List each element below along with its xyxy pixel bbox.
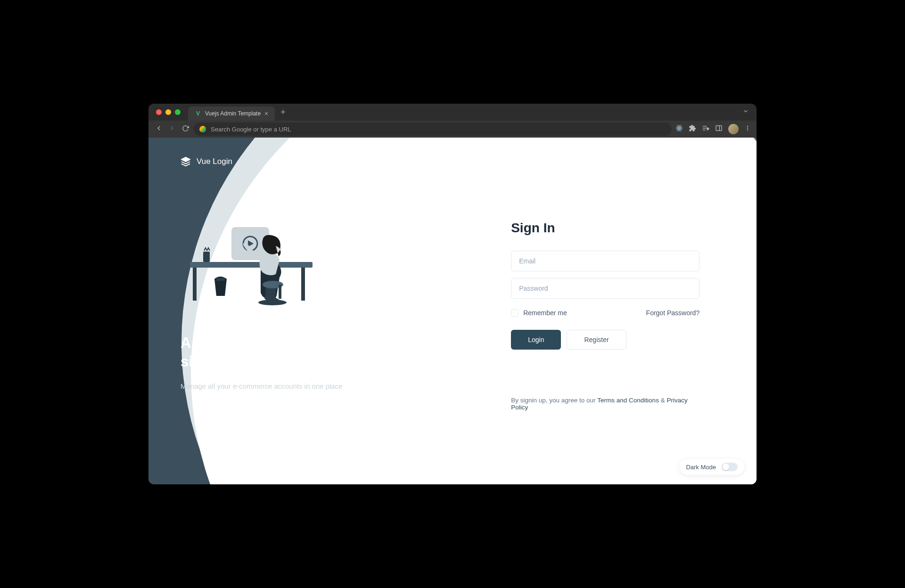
svg-point-12 — [747, 130, 748, 131]
remember-me[interactable]: Remember me — [511, 309, 567, 317]
vue-favicon-icon: V — [195, 110, 201, 117]
layers-icon — [181, 156, 191, 167]
address-placeholder: Search Google or type a URL — [211, 126, 291, 133]
svg-rect-19 — [203, 252, 210, 262]
back-button[interactable] — [154, 124, 164, 134]
remember-checkbox[interactable] — [511, 309, 518, 317]
maximize-window-button[interactable] — [175, 109, 181, 115]
darkmode-switch[interactable]: Dark Mode — [679, 459, 744, 475]
forward-button[interactable] — [167, 124, 177, 134]
reload-button[interactable] — [181, 125, 190, 134]
close-window-button[interactable] — [156, 109, 162, 115]
hero-illustration — [190, 219, 440, 315]
svg-point-11 — [747, 128, 748, 129]
agreement-text: By signin up, you agree to our Terms and… — [511, 397, 699, 411]
register-button[interactable]: Register — [567, 330, 626, 350]
signin-title: Sign In — [511, 220, 699, 236]
hero-headline: A few more clicks to sign in to your acc… — [181, 334, 440, 372]
browser-window: V Vuejs Admin Template × + Search Google… — [148, 104, 757, 484]
browser-tab[interactable]: V Vuejs Admin Template × — [188, 106, 275, 121]
playlist-icon[interactable] — [702, 124, 709, 134]
page-content: Vue Login — [148, 138, 757, 484]
react-devtools-icon[interactable] — [675, 124, 683, 134]
close-tab-icon[interactable]: × — [264, 110, 268, 117]
svg-rect-14 — [193, 268, 197, 301]
toggle-icon[interactable] — [722, 463, 738, 471]
agree-amp: & — [659, 397, 667, 404]
panel-icon[interactable] — [715, 124, 723, 134]
darkmode-label: Dark Mode — [686, 464, 716, 471]
svg-point-10 — [747, 126, 748, 127]
svg-rect-8 — [716, 126, 722, 131]
brand-name: Vue Login — [197, 157, 232, 166]
login-button[interactable]: Login — [511, 330, 561, 350]
titlebar: V Vuejs Admin Template × + — [148, 104, 757, 121]
email-field[interactable] — [511, 251, 699, 271]
svg-rect-20 — [216, 278, 225, 281]
svg-rect-23 — [279, 285, 281, 299]
svg-rect-15 — [301, 268, 305, 301]
headline-line-1: A few more clicks to — [181, 334, 440, 352]
new-tab-button[interactable]: + — [280, 107, 286, 117]
svg-marker-7 — [707, 128, 709, 130]
window-chevron-icon[interactable] — [742, 108, 749, 116]
traffic-lights — [156, 109, 181, 115]
profile-avatar[interactable] — [728, 124, 739, 134]
extensions-icon[interactable] — [689, 124, 696, 134]
headline-line-2: sign in to your account. — [181, 352, 440, 371]
svg-point-0 — [679, 128, 680, 129]
terms-link[interactable]: Terms and Conditions — [597, 397, 659, 404]
extension-icons — [675, 124, 751, 134]
minimize-window-button[interactable] — [165, 109, 171, 115]
form-panel: Sign In Remember me Forgot Password? Log… — [440, 138, 757, 484]
forgot-password-link[interactable]: Forgot Password? — [646, 309, 700, 317]
menu-icon[interactable] — [744, 125, 751, 133]
password-field[interactable] — [511, 278, 699, 299]
remember-label: Remember me — [523, 309, 567, 317]
hero-subtitle: Manage all your e-commerce accounts in o… — [181, 382, 440, 390]
address-bar[interactable]: Search Google or type a URL — [194, 122, 672, 136]
tab-title: Vuejs Admin Template — [205, 110, 261, 117]
brand: Vue Login — [181, 156, 440, 167]
svg-rect-13 — [190, 262, 313, 268]
toolbar: Search Google or type a URL — [148, 121, 757, 138]
agree-prefix: By signin up, you agree to our — [511, 397, 597, 404]
google-icon — [199, 126, 206, 132]
hero-panel: Vue Login — [148, 138, 440, 484]
